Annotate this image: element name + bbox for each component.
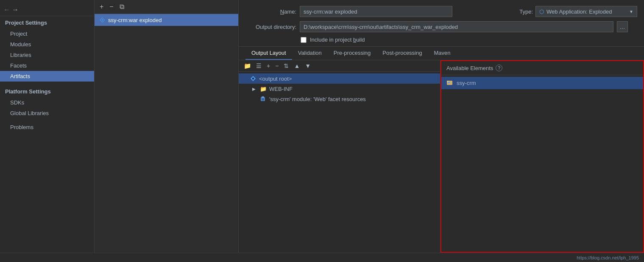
up-icon: ▲	[294, 62, 300, 69]
sidebar-item-problems[interactable]: Problems	[0, 122, 94, 132]
artifact-item-war-exploded[interactable]: ssy-crm:war exploded	[95, 14, 238, 26]
artifact-toolbar: + − ⧉	[95, 0, 238, 14]
forward-arrow[interactable]: →	[12, 6, 19, 14]
remove-artifact-button[interactable]: −	[108, 3, 115, 11]
tabs-row: Output Layout Validation Pre-processing …	[239, 47, 644, 60]
sidebar-item-sdks[interactable]: SDKs	[0, 97, 94, 108]
browse-icon: …	[620, 24, 625, 30]
tree-arrow	[242, 76, 247, 81]
content-area: 📁 ☰ + − ⇅ ▲	[239, 60, 644, 253]
sidebar-item-global-libraries[interactable]: Global Libraries	[0, 108, 94, 118]
copy-artifact-button[interactable]: ⧉	[118, 3, 126, 11]
layers-button[interactable]: ☰	[254, 62, 263, 70]
tree-item-output-root[interactable]: <output root>	[239, 73, 440, 84]
module-folder-icon	[446, 79, 453, 87]
include-build-checkbox[interactable]	[301, 37, 307, 43]
svg-rect-7	[262, 98, 264, 100]
artifact-list-panel: + − ⧉ ssy-crm:war exploded	[95, 0, 239, 253]
web-inf-label: WEB-INF	[269, 86, 293, 92]
type-icon: ⬡	[539, 8, 544, 15]
status-url: https://blog.csdn.net/lph_1995	[577, 255, 639, 260]
output-dir-row: Output directory: …	[245, 21, 637, 32]
available-header: Available Elements ?	[441, 61, 643, 75]
help-icon[interactable]: ?	[496, 65, 502, 71]
available-item-ssy-crm[interactable]: ssy-crm	[441, 77, 643, 89]
type-dropdown-arrow: ▼	[629, 9, 633, 14]
tab-post-processing[interactable]: Post-processing	[376, 47, 428, 60]
module-arrow	[252, 97, 257, 101]
tab-validation[interactable]: Validation	[292, 47, 328, 60]
output-toolbar: 📁 ☰ + − ⇅ ▲	[239, 60, 440, 72]
remove-icon: −	[275, 62, 279, 69]
platform-settings-header: Platform Settings	[0, 85, 94, 97]
tree-item-web-inf[interactable]: ▶ 📁 WEB-INF	[239, 84, 440, 94]
svg-rect-10	[448, 82, 450, 83]
available-title: Available Elements	[446, 65, 493, 71]
output-dir-input[interactable]	[300, 21, 613, 32]
browse-button[interactable]: …	[617, 21, 628, 32]
available-elements-panel: Available Elements ? ssy-crm	[440, 60, 644, 253]
module-resources-label: 'ssy-crm' module: 'Web' facet resources	[269, 96, 366, 102]
type-value: Web Application: Exploded	[546, 8, 612, 15]
back-arrow[interactable]: ←	[3, 6, 10, 14]
down-icon: ▼	[305, 62, 311, 69]
output-tree: <output root> ▶ 📁 WEB-INF	[239, 72, 440, 253]
add-artifact-button[interactable]: +	[98, 3, 105, 11]
status-bar: https://blog.csdn.net/lph_1995	[0, 253, 644, 262]
move-up-button[interactable]: ▲	[292, 62, 301, 70]
web-inf-arrow: ▶	[252, 87, 257, 91]
name-label: Name:	[245, 8, 296, 15]
remove-element-button[interactable]: −	[273, 62, 280, 70]
open-folder-icon: 📁	[244, 62, 251, 69]
tree-item-module-resources[interactable]: 'ssy-crm' module: 'Web' facet resources	[239, 94, 440, 104]
include-build-row: Include in project build	[301, 37, 637, 43]
sort-icon: ⇅	[284, 62, 289, 69]
main-layout: ← → Project Settings Project Modules Lib…	[0, 0, 644, 253]
artifact-name: ssy-crm:war exploded	[108, 17, 162, 23]
sidebar-item-project[interactable]: Project	[0, 28, 94, 39]
sidebar-item-artifacts[interactable]: Artifacts	[0, 71, 94, 82]
sidebar: ← → Project Settings Project Modules Lib…	[0, 0, 95, 253]
sidebar-item-facets[interactable]: Facets	[0, 60, 94, 71]
folder-icon: 📁	[260, 85, 267, 92]
available-item-label: ssy-crm	[457, 80, 476, 86]
name-type-row: Name: Type: ⬡ Web Application: Exploded …	[245, 6, 637, 17]
name-input[interactable]	[300, 6, 452, 17]
tab-maven[interactable]: Maven	[428, 47, 456, 60]
svg-rect-6	[262, 96, 264, 98]
available-tree: ssy-crm	[441, 75, 643, 252]
svg-point-2	[101, 19, 103, 21]
output-root-label: <output root>	[259, 76, 292, 82]
layers-icon: ☰	[256, 62, 262, 69]
move-down-button[interactable]: ▼	[303, 62, 312, 70]
sort-button[interactable]: ⇅	[282, 62, 290, 70]
include-build-label[interactable]: Include in project build	[310, 37, 365, 43]
add-element-button[interactable]: +	[265, 62, 272, 70]
open-folder-button[interactable]: 📁	[242, 62, 253, 70]
type-select[interactable]: ⬡ Web Application: Exploded ▼	[535, 6, 637, 17]
config-area: Name: Type: ⬡ Web Application: Exploded …	[239, 0, 644, 47]
output-layout-panel: 📁 ☰ + − ⇅ ▲	[239, 60, 440, 253]
project-settings-header: Project Settings	[0, 16, 94, 28]
right-panel: Name: Type: ⬡ Web Application: Exploded …	[239, 0, 644, 253]
sidebar-item-modules[interactable]: Modules	[0, 39, 94, 50]
output-root-icon	[250, 75, 256, 82]
svg-point-4	[252, 78, 254, 80]
type-label: Type:	[519, 8, 533, 15]
type-wrapper: Type: ⬡ Web Application: Exploded ▼	[519, 6, 637, 17]
tab-pre-processing[interactable]: Pre-processing	[328, 47, 376, 60]
sidebar-item-libraries[interactable]: Libraries	[0, 50, 94, 60]
tab-output-layout[interactable]: Output Layout	[245, 47, 292, 60]
output-dir-label: Output directory:	[245, 24, 296, 30]
module-icon	[260, 96, 267, 102]
add-icon: +	[267, 62, 270, 69]
war-exploded-icon	[99, 17, 106, 23]
